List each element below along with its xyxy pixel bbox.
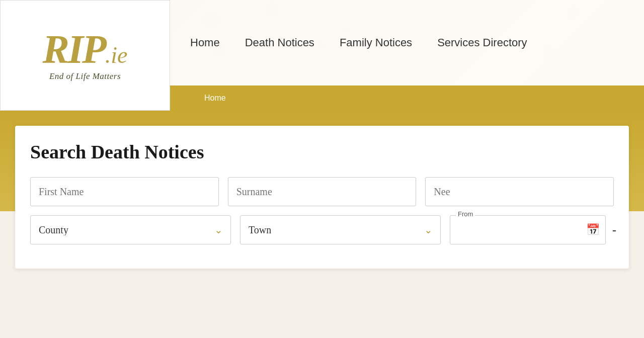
logo-tagline: End of Life Matters (42, 71, 127, 81)
nav-banner: Home Death Notices Family Notices Servic… (170, 0, 644, 111)
town-select[interactable]: Town (240, 215, 441, 244)
logo: RIP.ie End of Life Matters (42, 29, 127, 81)
logo-section: RIP.ie End of Life Matters (0, 0, 170, 111)
nee-input[interactable] (425, 177, 614, 206)
nav-link-home[interactable]: Home (190, 36, 220, 49)
from-date-label: From (456, 210, 475, 218)
surname-input[interactable] (228, 177, 417, 206)
search-row-2: County ⌄ Town ⌄ From 11/12/2024 📅 (30, 215, 614, 244)
calendar-icon[interactable]: 📅 (586, 223, 600, 236)
page-wrapper: RIP.ie End of Life Matters Home Death No… (0, 0, 644, 338)
search-panel: Search Death Notices County ⌄ (15, 126, 629, 269)
county-select[interactable]: County (30, 215, 231, 244)
logo-ie-text: .ie (105, 42, 128, 68)
date-range-separator: - (612, 223, 616, 237)
county-wrapper: County ⌄ (30, 215, 231, 244)
nav-link-death-notices[interactable]: Death Notices (245, 36, 314, 49)
first-name-input[interactable] (30, 177, 219, 206)
search-title: Search Death Notices (30, 141, 614, 163)
nav-bottom-tab[interactable]: Home (190, 90, 240, 107)
nav-bottom-bar: Home (170, 86, 644, 111)
nav-top: Home Death Notices Family Notices Servic… (170, 0, 644, 86)
nav-link-family-notices[interactable]: Family Notices (340, 36, 412, 49)
logo-rip-text: RIP (42, 27, 105, 71)
header: RIP.ie End of Life Matters Home Death No… (0, 0, 644, 111)
main-content: Search Death Notices County ⌄ (0, 111, 644, 338)
search-row-1 (30, 177, 614, 206)
nav-links: Home Death Notices Family Notices Servic… (190, 36, 527, 49)
from-date-input[interactable]: 11/12/2024 (450, 215, 606, 244)
town-wrapper: Town ⌄ (240, 215, 441, 244)
from-date-wrapper: From 11/12/2024 📅 (450, 215, 606, 244)
nav-link-services-directory[interactable]: Services Directory (437, 36, 527, 49)
